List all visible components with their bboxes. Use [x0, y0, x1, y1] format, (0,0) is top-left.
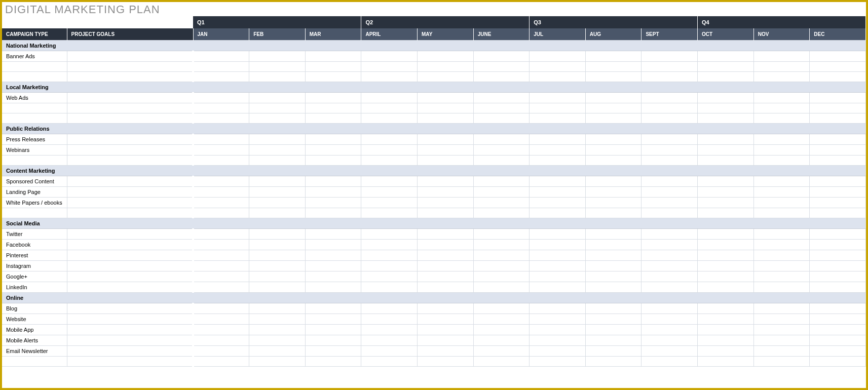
- month-cell[interactable]: [418, 113, 474, 124]
- month-cell[interactable]: [249, 303, 306, 314]
- month-cell[interactable]: [305, 282, 361, 293]
- month-cell[interactable]: [810, 229, 866, 240]
- month-cell[interactable]: [753, 314, 810, 325]
- month-cell[interactable]: [698, 113, 754, 124]
- goals-cell[interactable]: [67, 250, 193, 261]
- month-cell[interactable]: [249, 250, 306, 261]
- month-cell[interactable]: [530, 229, 586, 240]
- month-cell[interactable]: [418, 346, 474, 357]
- month-cell[interactable]: [585, 145, 641, 155]
- month-cell[interactable]: [753, 198, 810, 208]
- month-cell[interactable]: [753, 282, 810, 293]
- month-cell[interactable]: [361, 229, 418, 240]
- month-cell[interactable]: [249, 335, 306, 346]
- month-cell[interactable]: [193, 62, 249, 72]
- goals-cell[interactable]: [67, 261, 193, 271]
- month-cell[interactable]: [585, 229, 641, 240]
- month-cell[interactable]: [585, 176, 641, 187]
- month-cell[interactable]: [361, 198, 418, 208]
- month-cell[interactable]: [698, 346, 754, 357]
- month-cell[interactable]: [698, 176, 754, 187]
- month-cell[interactable]: [249, 261, 306, 271]
- goals-cell[interactable]: [67, 72, 193, 82]
- month-cell[interactable]: [418, 357, 474, 367]
- month-cell[interactable]: [193, 134, 249, 145]
- month-cell[interactable]: [530, 113, 586, 124]
- month-cell[interactable]: [418, 72, 474, 82]
- campaign-cell[interactable]: Press Releases: [2, 134, 67, 145]
- month-cell[interactable]: [530, 187, 586, 198]
- month-cell[interactable]: [641, 51, 698, 62]
- month-cell[interactable]: [193, 271, 249, 282]
- month-cell[interactable]: [530, 198, 586, 208]
- month-cell[interactable]: [585, 314, 641, 325]
- month-cell[interactable]: [810, 314, 866, 325]
- month-cell[interactable]: [249, 113, 306, 124]
- month-cell[interactable]: [641, 346, 698, 357]
- month-cell[interactable]: [418, 134, 474, 145]
- month-cell[interactable]: [249, 103, 306, 113]
- month-cell[interactable]: [810, 271, 866, 282]
- goals-cell[interactable]: [67, 103, 193, 113]
- month-cell[interactable]: [753, 335, 810, 346]
- month-cell[interactable]: [193, 335, 249, 346]
- month-cell[interactable]: [753, 187, 810, 198]
- month-cell[interactable]: [305, 261, 361, 271]
- month-cell[interactable]: [418, 176, 474, 187]
- month-cell[interactable]: [698, 282, 754, 293]
- month-cell[interactable]: [193, 325, 249, 335]
- month-cell[interactable]: [473, 271, 530, 282]
- month-cell[interactable]: [305, 134, 361, 145]
- month-cell[interactable]: [530, 62, 586, 72]
- month-cell[interactable]: [305, 62, 361, 72]
- month-cell[interactable]: [810, 335, 866, 346]
- month-cell[interactable]: [473, 261, 530, 271]
- month-cell[interactable]: [473, 250, 530, 261]
- month-cell[interactable]: [473, 208, 530, 218]
- month-cell[interactable]: [418, 261, 474, 271]
- month-cell[interactable]: [473, 335, 530, 346]
- month-cell[interactable]: [305, 357, 361, 367]
- goals-cell[interactable]: [67, 113, 193, 124]
- month-cell[interactable]: [361, 240, 418, 250]
- month-cell[interactable]: [418, 208, 474, 218]
- month-cell[interactable]: [249, 229, 306, 240]
- month-cell[interactable]: [249, 325, 306, 335]
- month-cell[interactable]: [530, 357, 586, 367]
- month-cell[interactable]: [810, 198, 866, 208]
- month-cell[interactable]: [585, 62, 641, 72]
- month-cell[interactable]: [641, 103, 698, 113]
- month-cell[interactable]: [249, 208, 306, 218]
- month-cell[interactable]: [530, 145, 586, 155]
- goals-cell[interactable]: [67, 240, 193, 250]
- month-cell[interactable]: [361, 113, 418, 124]
- month-cell[interactable]: [585, 261, 641, 271]
- campaign-cell[interactable]: Website: [2, 314, 67, 325]
- month-cell[interactable]: [698, 314, 754, 325]
- month-cell[interactable]: [193, 250, 249, 261]
- month-cell[interactable]: [361, 72, 418, 82]
- month-cell[interactable]: [753, 134, 810, 145]
- goals-cell[interactable]: [67, 155, 193, 166]
- campaign-cell[interactable]: Mobile Alerts: [2, 335, 67, 346]
- month-cell[interactable]: [585, 335, 641, 346]
- campaign-cell[interactable]: Google+: [2, 271, 67, 282]
- month-cell[interactable]: [473, 346, 530, 357]
- campaign-cell[interactable]: LinkedIn: [2, 282, 67, 293]
- goals-cell[interactable]: [67, 229, 193, 240]
- month-cell[interactable]: [473, 72, 530, 82]
- month-cell[interactable]: [585, 250, 641, 261]
- month-cell[interactable]: [530, 335, 586, 346]
- month-cell[interactable]: [641, 250, 698, 261]
- month-cell[interactable]: [361, 62, 418, 72]
- month-cell[interactable]: [249, 134, 306, 145]
- month-cell[interactable]: [753, 303, 810, 314]
- month-cell[interactable]: [530, 176, 586, 187]
- month-cell[interactable]: [753, 113, 810, 124]
- month-cell[interactable]: [753, 261, 810, 271]
- campaign-cell[interactable]: [2, 72, 67, 82]
- month-cell[interactable]: [361, 335, 418, 346]
- campaign-cell[interactable]: Instagram: [2, 261, 67, 271]
- month-cell[interactable]: [249, 145, 306, 155]
- month-cell[interactable]: [249, 176, 306, 187]
